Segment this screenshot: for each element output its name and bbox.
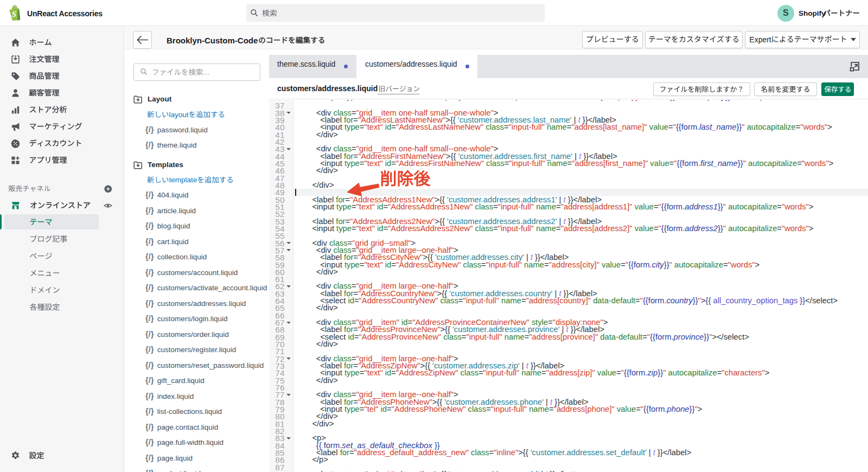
svg-text:S: S bbox=[12, 10, 16, 18]
